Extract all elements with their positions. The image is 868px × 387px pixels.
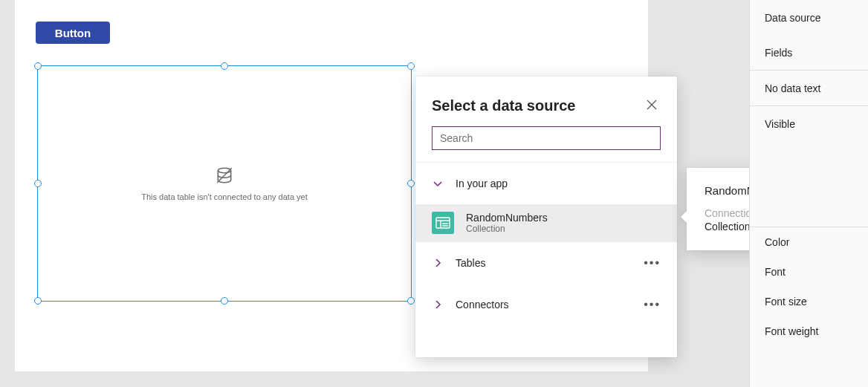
prop-visible[interactable]: Visible bbox=[750, 106, 868, 141]
prop-font-size[interactable]: Font size bbox=[750, 287, 868, 316]
datatable-placeholder: This data table isn't connected to any d… bbox=[38, 66, 411, 301]
section-tables[interactable]: Tables ••• bbox=[415, 242, 677, 284]
database-icon bbox=[215, 166, 234, 185]
prop-data-source[interactable]: Data source bbox=[750, 0, 868, 35]
close-icon bbox=[646, 102, 658, 113]
chevron-right-icon bbox=[432, 299, 444, 310]
section-label: In your app bbox=[456, 178, 508, 189]
datasource-item-subtitle: Collection bbox=[466, 224, 548, 234]
section-in-your-app[interactable]: In your app bbox=[415, 163, 677, 204]
prop-color[interactable]: Color bbox=[750, 227, 868, 257]
section-label: Tables bbox=[456, 257, 485, 269]
canvas-button-control[interactable]: Button bbox=[36, 22, 110, 44]
spacer bbox=[750, 141, 868, 227]
chevron-right-icon bbox=[432, 257, 444, 269]
prop-font-weight[interactable]: Font weight bbox=[750, 316, 868, 346]
chevron-down-icon bbox=[432, 178, 444, 189]
more-icon[interactable]: ••• bbox=[644, 298, 661, 311]
flyout-title: Select a data source bbox=[432, 97, 575, 114]
prop-font[interactable]: Font bbox=[750, 257, 868, 287]
properties-panel: Data source Fields No data text Visible … bbox=[749, 0, 868, 387]
datasource-item-name: RandomNumbers bbox=[466, 212, 548, 224]
close-button[interactable] bbox=[643, 96, 661, 116]
datasource-item-text: RandomNumbers Collection bbox=[466, 212, 548, 234]
collection-icon bbox=[432, 212, 454, 234]
svg-rect-4 bbox=[436, 218, 450, 228]
datasource-item-randomnumbers[interactable]: RandomNumbers Collection bbox=[415, 204, 677, 241]
svg-line-1 bbox=[217, 168, 232, 183]
section-connectors[interactable]: Connectors ••• bbox=[415, 284, 677, 325]
section-label: Connectors bbox=[456, 299, 509, 310]
prop-fields[interactable]: Fields bbox=[750, 35, 868, 70]
datatable-control-selected[interactable]: This data table isn't connected to any d… bbox=[37, 65, 412, 302]
datatable-empty-message: This data table isn't connected to any d… bbox=[141, 192, 307, 201]
search-input[interactable] bbox=[432, 126, 661, 150]
more-icon[interactable]: ••• bbox=[644, 256, 661, 270]
prop-no-data-text[interactable]: No data text bbox=[750, 71, 868, 105]
flyout-header: Select a data source bbox=[415, 77, 677, 116]
search-wrapper bbox=[415, 116, 677, 162]
select-data-source-panel: Select a data source In your app bbox=[415, 77, 677, 357]
